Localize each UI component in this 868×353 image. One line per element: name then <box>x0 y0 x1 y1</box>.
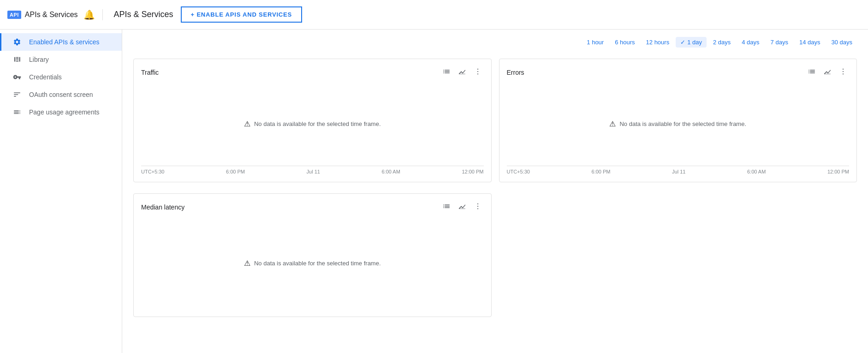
svg-point-9 <box>477 203 478 204</box>
svg-point-2 <box>477 71 478 72</box>
time-filter-4d[interactable]: 4 days <box>737 37 764 48</box>
traffic-charttype-button[interactable] <box>456 66 468 78</box>
library-icon <box>12 55 22 64</box>
check-icon: ✓ <box>680 39 685 46</box>
traffic-chart-header: Traffic <box>141 66 484 78</box>
errors-axis-jul11: Jul 11 <box>672 169 685 174</box>
sidebar-item-oauth[interactable]: OAuth consent screen <box>0 86 122 103</box>
time-filter-6h[interactable]: 6 hours <box>610 37 639 48</box>
traffic-chart-body: ⚠ No data is available for the selected … <box>141 82 484 174</box>
median-latency-more-button[interactable] <box>472 201 484 213</box>
median-latency-legend-button[interactable] <box>440 201 452 213</box>
median-latency-charttype-button[interactable] <box>456 201 468 213</box>
app-logo: API APIs & Services 🔔 <box>7 9 103 20</box>
page-title: APIs & Services <box>110 10 173 19</box>
svg-point-1 <box>477 69 478 70</box>
sidebar-item-library[interactable]: Library <box>0 51 122 68</box>
errors-chart-header: Errors <box>507 66 850 78</box>
median-latency-no-data: ⚠ No data is available for the selected … <box>141 217 484 309</box>
empty-bottom-right <box>495 190 861 321</box>
time-filter-2d[interactable]: 2 days <box>708 37 735 48</box>
svg-point-6 <box>843 71 844 72</box>
traffic-chart-actions <box>440 66 484 78</box>
content-area: 1 hour 6 hours 12 hours ✓ 1 day 2 days 4… <box>122 30 868 353</box>
traffic-chart-card: Traffic ⚠ <box>133 59 492 182</box>
main-layout: Enabled APIs & services Library Credenti… <box>0 30 868 353</box>
page-usage-icon <box>12 108 22 116</box>
sidebar-item-label: OAuth consent screen <box>29 91 93 98</box>
errors-legend-button[interactable] <box>806 66 818 78</box>
errors-chart-actions <box>806 66 849 78</box>
charts-grid: Traffic ⚠ <box>122 51 868 190</box>
errors-axis-utc: UTC+5:30 <box>507 169 530 174</box>
svg-point-5 <box>843 69 844 70</box>
median-latency-chart-body: ⚠ No data is available for the selected … <box>141 217 484 309</box>
time-filter-1h[interactable]: 1 hour <box>582 37 608 48</box>
sidebar-item-enabled-apis[interactable]: Enabled APIs & services <box>0 33 122 51</box>
enable-apis-button[interactable]: + ENABLE APIS AND SERVICES <box>181 6 302 23</box>
credentials-icon <box>12 73 22 81</box>
settings-icon <box>12 38 22 46</box>
traffic-more-button[interactable] <box>472 66 484 78</box>
traffic-no-data-msg: No data is available for the selected ti… <box>254 120 381 127</box>
errors-no-data-msg: No data is available for the selected ti… <box>619 120 746 127</box>
errors-axis-6am: 6:00 AM <box>747 169 766 174</box>
errors-axis-12pm: 12:00 PM <box>827 169 849 174</box>
median-latency-chart-card: Median latency <box>133 193 492 317</box>
time-filter-12h[interactable]: 12 hours <box>642 37 674 48</box>
svg-point-3 <box>477 73 478 74</box>
errors-more-button[interactable] <box>837 66 849 78</box>
time-filter-1d[interactable]: ✓ 1 day <box>676 37 707 48</box>
charts-bottom-row: Median latency <box>122 190 868 321</box>
time-filter-bar: 1 hour 6 hours 12 hours ✓ 1 day 2 days 4… <box>122 30 868 51</box>
errors-chart-card: Errors ⚠ <box>499 59 857 182</box>
svg-point-10 <box>477 206 478 207</box>
errors-no-data: ⚠ No data is available for the selected … <box>507 82 850 166</box>
api-logo-badge: API <box>7 11 21 19</box>
median-latency-warning-icon: ⚠ <box>244 259 250 268</box>
median-latency-chart-header: Median latency <box>141 201 484 213</box>
traffic-axis-utc: UTC+5:30 <box>141 169 164 174</box>
traffic-no-data: ⚠ No data is available for the selected … <box>141 82 484 166</box>
traffic-warning-icon: ⚠ <box>244 120 250 128</box>
sidebar-item-page-usage[interactable]: Page usage agreements <box>0 103 122 121</box>
median-latency-chart-title: Median latency <box>141 203 184 211</box>
traffic-axis-12pm: 12:00 PM <box>462 169 483 174</box>
oauth-icon <box>12 90 22 99</box>
traffic-chart-title: Traffic <box>141 69 159 76</box>
sidebar-item-label: Page usage agreements <box>29 108 100 116</box>
sidebar-item-credentials[interactable]: Credentials <box>0 68 122 86</box>
sidebar: Enabled APIs & services Library Credenti… <box>0 30 122 353</box>
traffic-axis-6am: 6:00 AM <box>381 169 400 174</box>
errors-axis-6pm: 6:00 PM <box>592 169 611 174</box>
sidebar-item-label: Enabled APIs & services <box>29 38 100 46</box>
top-bar: API APIs & Services 🔔 APIs & Services + … <box>0 0 868 30</box>
sidebar-item-label: Library <box>29 56 49 63</box>
errors-charttype-button[interactable] <box>821 66 833 78</box>
time-filter-7d[interactable]: 7 days <box>766 37 793 48</box>
time-filter-14d[interactable]: 14 days <box>795 37 825 48</box>
median-latency-chart-actions <box>440 201 484 213</box>
time-filter-30d[interactable]: 30 days <box>826 37 857 48</box>
traffic-axis-jul11: Jul 11 <box>307 169 320 174</box>
errors-chart-axis: UTC+5:30 6:00 PM Jul 11 6:00 AM 12:00 PM <box>507 166 850 174</box>
errors-chart-body: ⚠ No data is available for the selected … <box>507 82 850 174</box>
median-latency-no-data-msg: No data is available for the selected ti… <box>254 260 381 267</box>
traffic-axis-6pm: 6:00 PM <box>226 169 245 174</box>
traffic-chart-axis: UTC+5:30 6:00 PM Jul 11 6:00 AM 12:00 PM <box>141 166 484 174</box>
svg-point-7 <box>843 73 844 74</box>
sidebar-item-label: Credentials <box>29 73 62 81</box>
app-name: APIs & Services <box>25 11 78 19</box>
svg-point-11 <box>477 208 478 209</box>
errors-chart-title: Errors <box>507 69 524 76</box>
notification-bell-icon[interactable]: 🔔 <box>83 9 95 20</box>
errors-warning-icon: ⚠ <box>609 120 616 128</box>
traffic-legend-button[interactable] <box>440 66 452 78</box>
